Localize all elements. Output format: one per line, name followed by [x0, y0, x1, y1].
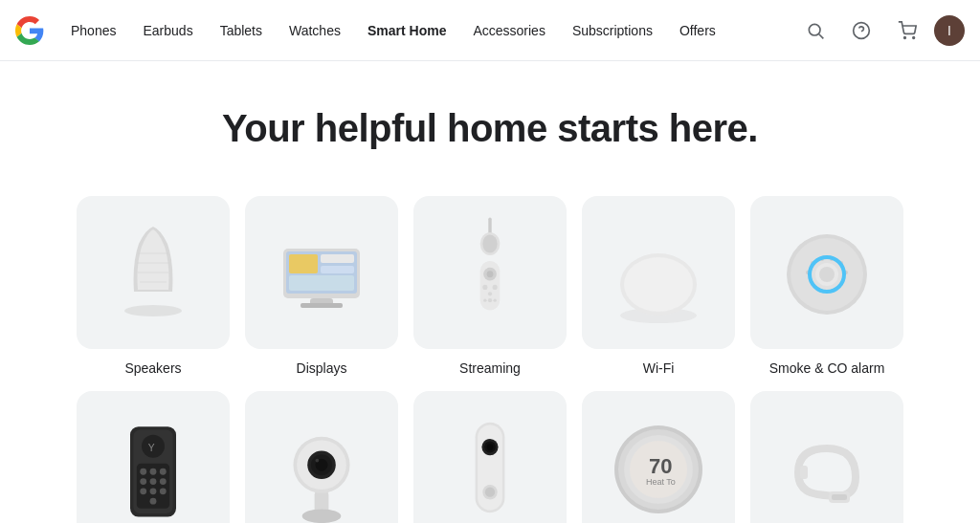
svg-point-58	[160, 488, 167, 494]
svg-rect-85	[800, 466, 808, 479]
svg-point-51	[150, 469, 157, 475]
search-button[interactable]	[796, 11, 835, 50]
svg-text:70: 70	[649, 454, 672, 478]
svg-point-52	[160, 469, 167, 475]
svg-rect-18	[301, 303, 343, 308]
svg-point-27	[488, 292, 492, 295]
product-image-streaming	[413, 196, 567, 349]
svg-point-24	[487, 271, 494, 277]
nav-links: Phones Earbuds Tablets Watches Smart Hom…	[59, 15, 796, 46]
nav-link-smart-home[interactable]: Smart Home	[356, 15, 457, 46]
svg-point-57	[150, 488, 157, 494]
product-image-doorbell	[413, 391, 567, 523]
search-icon	[806, 21, 825, 40]
product-label-displays: Displays	[297, 360, 347, 376]
nav-link-earbuds[interactable]: Earbuds	[131, 15, 204, 46]
wifi-svg	[601, 215, 716, 330]
svg-rect-15	[321, 266, 354, 273]
svg-point-50	[140, 469, 146, 475]
account-avatar[interactable]: I	[934, 15, 965, 46]
product-card-streaming[interactable]: Streaming	[413, 196, 567, 376]
doorbell-svg	[433, 410, 547, 523]
product-image-charger	[750, 391, 903, 523]
svg-point-63	[302, 509, 342, 523]
product-image-thermostat: 70 Heat To	[582, 391, 735, 523]
product-card-smoke-alarm[interactable]: Smoke & CO alarm	[750, 196, 903, 376]
help-icon	[852, 21, 871, 40]
svg-point-53	[140, 478, 146, 485]
svg-point-69	[316, 459, 320, 463]
product-label-speakers: Speakers	[124, 360, 181, 376]
svg-point-56	[140, 488, 146, 494]
svg-point-76	[485, 488, 495, 497]
svg-text:Heat To: Heat To	[646, 477, 676, 487]
nav-link-tablets[interactable]: Tablets	[209, 15, 274, 46]
product-image-cameras	[245, 391, 398, 523]
product-card-charger[interactable]: Charger	[750, 391, 903, 523]
nav-link-phones[interactable]: Phones	[59, 15, 127, 46]
svg-point-46	[819, 267, 835, 282]
nav-icons: I	[796, 11, 965, 50]
svg-point-74	[487, 444, 494, 450]
svg-point-26	[493, 285, 498, 290]
svg-text:Y: Y	[148, 443, 155, 453]
product-card-locks[interactable]: Y Locks	[77, 391, 230, 523]
svg-point-54	[150, 478, 157, 485]
product-image-smoke-alarm	[750, 196, 903, 349]
google-logo[interactable]	[15, 16, 44, 45]
svg-point-29	[483, 298, 486, 301]
speaker-svg	[96, 215, 211, 330]
cameras-svg	[264, 410, 379, 523]
navbar: Phones Earbuds Tablets Watches Smart Hom…	[0, 0, 980, 61]
hero-title: Your helpful home starts here.	[0, 107, 980, 150]
cart-button[interactable]	[888, 11, 926, 50]
svg-point-6	[124, 305, 182, 316]
product-image-wifi	[582, 196, 735, 349]
product-card-doorbell[interactable]: Doorbell	[413, 391, 567, 523]
svg-rect-13	[289, 254, 318, 273]
product-image-speakers	[77, 196, 230, 349]
svg-point-21	[482, 235, 497, 253]
product-label-smoke-alarm: Smoke & CO alarm	[769, 360, 885, 376]
svg-rect-14	[321, 254, 354, 263]
product-card-displays[interactable]: Displays	[245, 196, 398, 376]
product-card-speakers[interactable]: Speakers	[77, 196, 230, 376]
thermostat-svg: 70 Heat To	[601, 410, 716, 523]
svg-point-30	[493, 298, 496, 301]
svg-point-59	[150, 498, 157, 505]
svg-rect-16	[289, 275, 354, 291]
streaming-svg	[433, 215, 547, 330]
nav-link-offers[interactable]: Offers	[668, 15, 727, 46]
svg-rect-33	[624, 257, 693, 312]
product-card-cameras[interactable]: Cameras	[245, 391, 398, 523]
product-image-locks: Y	[77, 391, 230, 523]
nav-link-subscriptions[interactable]: Subscriptions	[561, 15, 664, 46]
svg-point-5	[913, 36, 915, 38]
charger-svg	[769, 410, 884, 523]
nav-link-watches[interactable]: Watches	[278, 15, 352, 46]
svg-point-4	[904, 36, 906, 38]
locks-svg: Y	[96, 410, 211, 523]
svg-point-28	[488, 298, 492, 302]
svg-point-25	[482, 285, 487, 290]
product-label-streaming: Streaming	[459, 360, 521, 376]
cart-icon	[898, 21, 917, 40]
help-button[interactable]	[842, 11, 880, 50]
svg-point-0	[809, 24, 820, 35]
svg-rect-84	[832, 494, 847, 500]
display-svg	[264, 215, 379, 330]
product-card-thermostat[interactable]: 70 Heat To Thermostat	[582, 391, 735, 523]
svg-point-55	[160, 478, 167, 485]
nav-link-accessories[interactable]: Accessories	[461, 15, 556, 46]
product-grid-row1: Speakers Displays	[0, 181, 980, 391]
product-card-wifi[interactable]: Wi-Fi	[582, 196, 735, 376]
svg-line-1	[819, 33, 824, 38]
hero-section: Your helpful home starts here.	[0, 61, 980, 181]
smoke-alarm-svg	[769, 215, 884, 330]
product-grid-row2: Y Locks Cameras	[0, 391, 980, 523]
product-label-wifi: Wi-Fi	[643, 360, 675, 376]
product-image-displays	[245, 196, 398, 349]
